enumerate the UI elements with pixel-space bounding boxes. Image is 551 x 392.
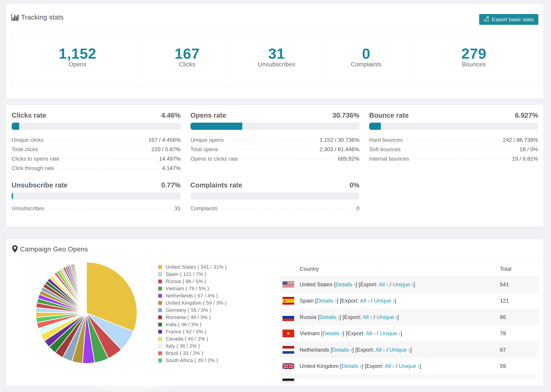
progress-bar [12, 123, 181, 130]
header-divider [11, 256, 538, 256]
legend-item: Romania ( 49 / 3% ) [158, 314, 226, 321]
stat-box-opens: 1,152Opens [12, 34, 143, 88]
legend-swatch [158, 358, 162, 363]
legend-swatch [158, 337, 162, 341]
dotted-leader [227, 140, 317, 141]
table-row: Netherlands [Details ›] [Export: All › /… [280, 342, 539, 358]
rate-title: Unsubscribe rate [12, 181, 68, 189]
country-name: Vietnam [300, 330, 320, 336]
rate-row: Unique opens1,152 / 30.736% [191, 135, 360, 145]
stat-box-unsubscribes: 31Unsubscribes [231, 34, 322, 88]
map-pin-icon [12, 245, 18, 253]
flag-vn: ★ [283, 329, 294, 337]
flag-gb [283, 362, 294, 370]
legend-item: France ( 42 / 2% ) [158, 328, 226, 335]
export-all-link[interactable]: All › [360, 298, 369, 304]
geo-header: Campaign Geo Opens [6, 239, 544, 256]
legend-item: Canada ( 40 / 2% ) [158, 335, 226, 343]
rate-block: Opens rate30.736%Unique opens1,152 / 30.… [191, 111, 360, 173]
rate-title: Opens rate [191, 111, 226, 119]
legend-swatch [158, 294, 162, 298]
pie-legend: United States ( 541 / 31% )Spain ( 121 /… [158, 263, 226, 364]
export-unique-link[interactable]: Unique › [374, 298, 395, 304]
legend-swatch [158, 265, 162, 269]
export-all-link[interactable]: All › [366, 330, 375, 336]
rate-value: 30.736% [332, 111, 359, 119]
export-unique-link[interactable]: Unique › [377, 314, 397, 320]
stat-value: 31 [268, 46, 285, 61]
dotted-leader [221, 150, 317, 150]
col-total: Total [500, 266, 539, 272]
legend-swatch [158, 279, 162, 284]
table-row: Russia [Details ›] [Export: All › / Uniq… [280, 309, 539, 325]
country-total: 86 [500, 314, 539, 320]
stat-box-complaints: 0Complaints [322, 34, 410, 88]
stat-label: Bounces [462, 61, 486, 68]
rate-row: Hard bounces242 / 86.738% [369, 135, 538, 145]
country-name: Netherlands [300, 347, 329, 353]
dotted-leader [412, 159, 509, 160]
country-total: 59 [500, 363, 539, 369]
geo-pie-chart [35, 261, 138, 364]
table-row: Spain [Details ›] [Export: All › / Uniqu… [280, 293, 539, 309]
stat-value: 279 [461, 46, 487, 61]
table-row: United States [Details ›] [Export: All ›… [280, 276, 539, 293]
rate-row: Soft bounces18 / 0% [369, 145, 538, 154]
export-all-link[interactable]: All › [363, 314, 372, 320]
rate-value: 4.46% [161, 111, 181, 119]
details-link[interactable]: Details › [332, 347, 352, 353]
details-link[interactable]: Details › [336, 281, 356, 287]
rate-row: Unsubscribes31 [12, 204, 181, 213]
country-name: Russia [300, 314, 316, 320]
progress-bar [12, 192, 181, 200]
legend-swatch [158, 272, 162, 276]
details-link[interactable]: Details › [342, 363, 361, 369]
stat-label: Complaints [351, 61, 381, 68]
details-link[interactable]: Details › [317, 298, 337, 304]
rate-row: Opens to clicks rate689.82% [191, 154, 360, 163]
export-all-link[interactable]: All › [379, 281, 388, 287]
export-unique-link[interactable]: Unique › [380, 330, 401, 336]
progress-bar [191, 123, 360, 130]
export-unique-link[interactable]: Unique › [389, 347, 410, 353]
table-row: ★Vietnam [Details ›] [Export: All › / Un… [280, 325, 539, 342]
rate-row: Clicks to opens rate14.497% [12, 154, 181, 163]
dotted-leader [57, 169, 159, 169]
stat-label: Opens [68, 61, 87, 68]
rate-row: Total clicks220 / 5.87% [12, 145, 181, 154]
rate-block: Clicks rate4.46%Unique clicks167 / 4.456… [12, 111, 181, 173]
export-unique-link[interactable]: Unique › [393, 281, 413, 287]
legend-swatch [158, 308, 162, 312]
tracking-stats-card: Tracking stats Export basic stats 1,152O… [6, 4, 544, 99]
export-all-link[interactable]: All › [375, 347, 385, 353]
flag-es [283, 297, 294, 305]
dotted-leader [406, 140, 500, 141]
rate-grid: Clicks rate4.46%Unique clicks167 / 4.456… [6, 105, 544, 213]
export-unique-link[interactable]: Unique › [399, 363, 420, 369]
rate-block: Unsubscribe rate0.77%Unsubscribes31 [12, 181, 181, 213]
rate-title: Complaints rate [191, 181, 242, 189]
campaign-geo-opens-card: Campaign Geo Opens United States ( 541 /… [6, 239, 544, 386]
dotted-leader [47, 140, 146, 141]
rate-row: Click through rate4.147% [12, 163, 181, 173]
dotted-leader [404, 150, 517, 150]
stat-label: Unsubscribes [258, 61, 295, 68]
bar-chart-icon [11, 13, 19, 21]
geo-table: CountryTotalUnited States [Details ›] [E… [280, 262, 539, 386]
details-link[interactable]: Details › [323, 330, 343, 336]
dotted-leader [47, 209, 172, 209]
legend-item: Germany ( 55 / 3% ) [158, 307, 226, 314]
country-total: 67 [500, 347, 539, 353]
stat-label: Clicks [179, 61, 195, 68]
rate-row: Total opens2,303 / 61.446% [191, 145, 360, 154]
stat-box-clicks: 167Clicks [143, 34, 231, 88]
export-basic-stats-button[interactable]: Export basic stats [479, 14, 538, 25]
stat-value: 1,152 [59, 46, 96, 61]
rate-value: 0.77% [161, 181, 181, 189]
export-all-link[interactable]: All › [385, 363, 394, 369]
dotted-leader [41, 150, 148, 150]
dotted-leader [221, 209, 354, 209]
details-link[interactable]: Details › [319, 314, 339, 320]
table-header: CountryTotal [280, 262, 539, 276]
blur-overlay [271, 381, 298, 386]
